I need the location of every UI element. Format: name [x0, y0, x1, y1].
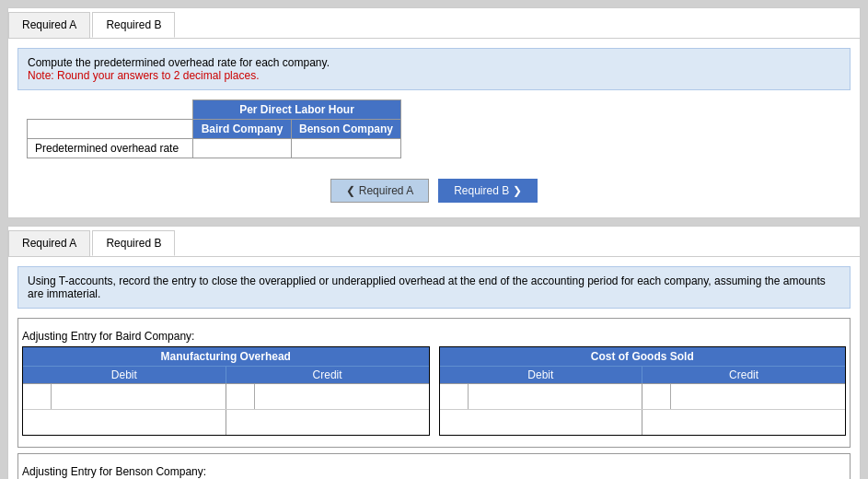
nav-buttons-a: ❮ Required A Required B ❯ — [17, 171, 851, 208]
baird-mfg-credit-input[interactable] — [230, 391, 425, 403]
baird-cogs-title: Cost of Goods Sold — [440, 347, 846, 366]
tab-required-b-top[interactable]: Required B — [92, 12, 175, 38]
baird-block: Adjusting Entry for Baird Company: Manuf… — [17, 318, 851, 448]
baird-cogs-debit-header: Debit — [440, 366, 643, 383]
baird-cogs-credit-cell2[interactable] — [642, 410, 845, 435]
baird-mfg-debit-cell2[interactable] — [23, 410, 226, 435]
baird-cogs-credit-input[interactable] — [646, 391, 841, 403]
overhead-table-wrap: Per Direct Labor Hour Baird Company Bens… — [27, 99, 851, 158]
section-b: Required A Required B Using T-accounts, … — [7, 226, 861, 479]
baird-t-accounts: Manufacturing Overhead Debit Credit — [22, 346, 846, 436]
baird-mfg-header: Debit Credit — [23, 366, 429, 383]
instruction-text-b: Using T-accounts, record the entry to cl… — [28, 275, 826, 300]
baird-mfg-credit-cell[interactable] — [226, 384, 429, 409]
btn-next-label: Required B — [454, 184, 509, 197]
chevron-left-icon: ❮ — [346, 184, 355, 197]
tab-required-b-b[interactable]: Required B — [92, 230, 175, 256]
input-baird-rate[interactable] — [201, 142, 284, 155]
cell-benson-rate[interactable] — [292, 139, 401, 158]
baird-cogs-header: Debit Credit — [440, 366, 846, 383]
overhead-table: Per Direct Labor Hour Baird Company Bens… — [27, 99, 401, 158]
baird-cogs-debit-input[interactable] — [444, 391, 639, 403]
benson-label: Adjusting Entry for Benson Company: — [22, 465, 846, 478]
cell-baird-rate[interactable] — [193, 139, 292, 158]
section-b-content: Using T-accounts, record the entry to cl… — [8, 257, 860, 479]
instruction-text-a: Compute the predetermined overhead rate … — [28, 56, 840, 69]
baird-label: Adjusting Entry for Baird Company: — [22, 330, 846, 343]
col-header-baird: Baird Company — [193, 120, 292, 139]
baird-mfg-overhead: Manufacturing Overhead Debit Credit — [22, 346, 430, 436]
baird-mfg-body — [23, 383, 429, 409]
baird-mfg-credit-input2[interactable] — [230, 416, 425, 429]
cogs-debit-marker — [468, 384, 469, 409]
tab-required-a-b[interactable]: Required A — [8, 230, 90, 256]
baird-cogs-credit-cell[interactable] — [642, 384, 845, 409]
tabs-a: Required A Required B — [8, 8, 860, 39]
baird-cogs-body — [440, 383, 846, 409]
row-label-overhead: Predetermined overhead rate — [28, 139, 193, 158]
credit-marker — [254, 384, 255, 409]
baird-cogs-body2 — [440, 409, 846, 435]
baird-mfg-debit-input[interactable] — [27, 391, 222, 403]
benson-block: Adjusting Entry for Benson Company: Manu… — [17, 453, 851, 479]
baird-mfg-title: Manufacturing Overhead — [23, 347, 429, 366]
baird-mfg-debit-cell[interactable] — [23, 384, 226, 409]
instruction-box-a: Compute the predetermined overhead rate … — [17, 48, 851, 90]
baird-cogs-credit-input2[interactable] — [646, 416, 841, 429]
btn-prev-label: Required A — [359, 184, 413, 197]
header-per-direct-labor: Per Direct Labor Hour — [193, 100, 401, 120]
baird-mfg-debit-header: Debit — [23, 366, 226, 383]
cogs-credit-marker — [670, 384, 671, 409]
btn-next-a[interactable]: Required B ❯ — [438, 179, 538, 203]
btn-prev-a[interactable]: ❮ Required A — [330, 179, 429, 203]
baird-cogs-debit-input2[interactable] — [444, 416, 639, 429]
baird-mfg-credit-header: Credit — [226, 366, 429, 383]
chevron-right-icon: ❯ — [513, 184, 522, 197]
baird-cogs-credit-header: Credit — [642, 366, 845, 383]
col-header-benson: Benson Company — [292, 120, 401, 139]
section-a: Required A Required B Compute the predet… — [7, 7, 861, 218]
section-a-content: Compute the predetermined overhead rate … — [8, 39, 860, 217]
baird-mfg-credit-cell2[interactable] — [226, 410, 429, 435]
debit-marker — [51, 384, 52, 409]
instruction-box-b: Using T-accounts, record the entry to cl… — [17, 266, 851, 309]
baird-cogs-debit-cell[interactable] — [440, 384, 643, 409]
tabs-b: Required A Required B — [8, 227, 860, 257]
note-text-a: Note: Round your answers to 2 decimal pl… — [28, 69, 840, 82]
baird-mfg-body2 — [23, 409, 429, 435]
baird-cogs-debit-cell2[interactable] — [440, 410, 643, 435]
input-benson-rate[interactable] — [305, 142, 388, 155]
tab-required-a-top[interactable]: Required A — [8, 12, 90, 38]
baird-cogs: Cost of Goods Sold Debit Credit — [439, 346, 847, 436]
baird-mfg-debit-input2[interactable] — [27, 416, 222, 429]
